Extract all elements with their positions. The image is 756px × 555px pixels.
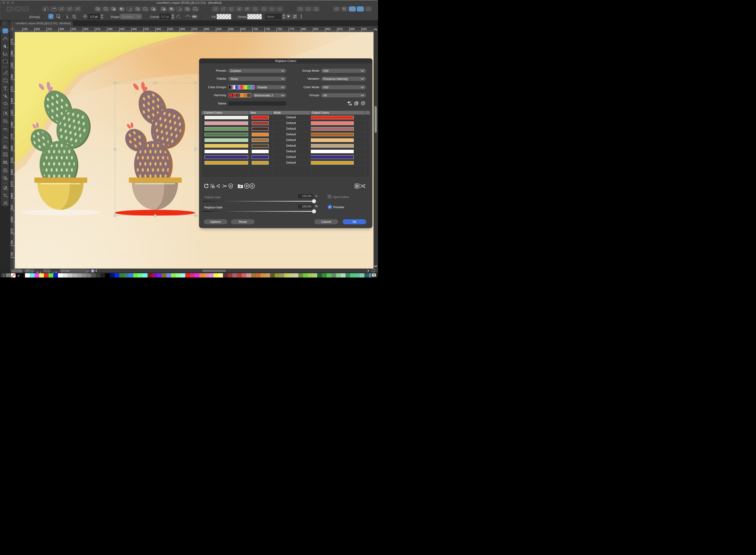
svg-text:925: 925 [362,28,367,31]
svg-text:350: 350 [84,28,88,31]
svg-text:500: 500 [156,28,161,31]
svg-text:225: 225 [23,28,28,31]
svg-text:650: 650 [229,28,234,31]
svg-text:400: 400 [108,28,112,31]
svg-text:450: 450 [10,122,13,126]
svg-text:575: 575 [10,181,13,185]
svg-text:300: 300 [59,28,64,31]
svg-text:250: 250 [35,28,40,31]
svg-text:675: 675 [241,28,245,31]
svg-text:475: 475 [10,134,13,138]
svg-text:725: 725 [10,252,13,257]
svg-text:550: 550 [181,28,185,31]
svg-text:675: 675 [10,228,13,233]
svg-text:525: 525 [169,28,173,31]
svg-text:600: 600 [205,28,209,31]
svg-text:900: 900 [350,28,355,31]
svg-text:850: 850 [326,28,330,31]
svg-text:325: 325 [10,62,13,67]
svg-text:750: 750 [278,28,282,31]
svg-text:275: 275 [47,28,52,31]
svg-text:550: 550 [10,169,13,174]
svg-text:425: 425 [10,110,13,114]
svg-text:525: 525 [10,157,13,162]
svg-text:625: 625 [10,205,13,209]
svg-text:325: 325 [72,28,76,31]
svg-text:450: 450 [132,28,137,31]
svg-text:425: 425 [120,28,125,31]
svg-text:775: 775 [290,28,294,31]
svg-text:275: 275 [10,39,13,43]
svg-text:725: 725 [265,28,270,31]
svg-text:800: 800 [302,28,306,31]
svg-text:375: 375 [96,28,100,31]
svg-text:650: 650 [10,217,13,221]
svg-text:575: 575 [193,28,197,31]
svg-text:350: 350 [10,74,13,79]
svg-text:600: 600 [10,193,13,197]
svg-text:500: 500 [10,145,13,150]
svg-text:625: 625 [217,28,222,31]
svg-text:875: 875 [338,28,343,31]
svg-text:825: 825 [314,28,318,31]
svg-text:400: 400 [10,98,13,102]
svg-text:475: 475 [144,28,149,31]
svg-text:700: 700 [253,28,258,31]
svg-text:300: 300 [10,51,13,55]
svg-text:700: 700 [10,240,13,245]
svg-text:375: 375 [10,86,13,91]
